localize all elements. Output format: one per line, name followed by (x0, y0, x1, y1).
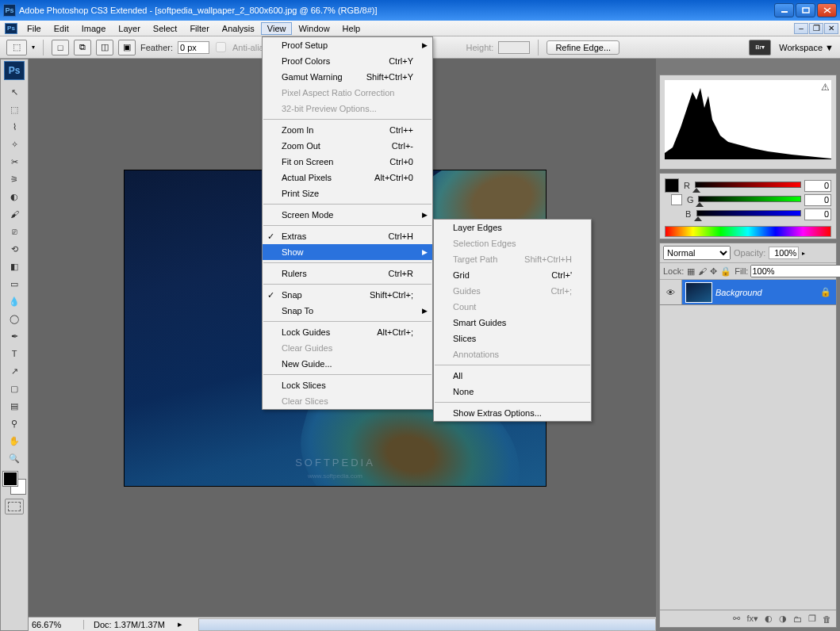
selection-intersect-icon[interactable]: ▣ (118, 40, 136, 55)
refine-edge-button[interactable]: Refine Edge... (547, 40, 619, 55)
quick-mask-button[interactable] (5, 499, 24, 514)
layer-mask-icon[interactable]: ◐ (765, 614, 773, 624)
green-input[interactable] (804, 194, 831, 206)
blend-mode-select[interactable]: Normal (663, 246, 731, 260)
opacity-flyout-icon[interactable]: ▸ (802, 250, 805, 257)
menu-file[interactable]: File (21, 22, 48, 35)
lock-all-icon[interactable]: 🔒 (720, 266, 731, 277)
menu-item-slices[interactable]: Slices (434, 331, 591, 346)
minimize-button[interactable] (774, 3, 794, 17)
red-slider[interactable] (695, 182, 801, 189)
magic-wand-tool[interactable]: ✧ (4, 136, 25, 153)
menu-item-proof-setup[interactable]: Proof Setup▶ (263, 37, 432, 53)
maximize-button[interactable] (796, 3, 815, 17)
link-layers-icon[interactable]: ⚯ (733, 614, 740, 624)
tool-preset-dropdown[interactable]: ▾ (32, 44, 35, 51)
clone-stamp-tool[interactable]: ⎚ (4, 223, 25, 240)
menu-view[interactable]: View (261, 22, 293, 35)
zoom-tool[interactable]: 🔍 (4, 449, 25, 467)
gradient-tool[interactable]: ▭ (4, 275, 25, 293)
color-fg-swatch[interactable] (665, 178, 679, 193)
menu-item-all[interactable]: All (434, 368, 591, 384)
mdi-close-button[interactable]: ✕ (824, 23, 838, 34)
layer-visibility-icon[interactable]: 👁 (660, 280, 682, 304)
document-icon[interactable]: Ps (5, 23, 17, 34)
move-tool[interactable]: ↖ (4, 83, 25, 101)
menu-item-screen-mode[interactable]: Screen Mode▶ (263, 207, 432, 223)
healing-brush-tool[interactable]: ◐ (4, 188, 25, 205)
layer-group-icon[interactable]: 🗀 (793, 614, 802, 624)
layer-name[interactable]: Background (715, 288, 820, 297)
menu-help[interactable]: Help (336, 22, 367, 35)
menu-item-lock-slices[interactable]: Lock Slices (263, 377, 432, 393)
zoom-level[interactable]: 66.67% (29, 620, 84, 629)
notes-tool[interactable]: ▤ (4, 397, 25, 415)
menu-item-none[interactable]: None (434, 384, 591, 400)
menu-layer[interactable]: Layer (112, 22, 147, 35)
eraser-tool[interactable]: ◧ (4, 258, 25, 275)
current-tool-preset[interactable]: ⬚ (6, 40, 27, 55)
path-selection-tool[interactable]: ↗ (4, 362, 25, 380)
menu-item-snap-to[interactable]: Snap To▶ (263, 303, 432, 319)
menu-item-lock-guides[interactable]: Lock GuidesAlt+Ctrl+; (263, 324, 432, 340)
red-input[interactable] (804, 180, 831, 192)
status-arrow-icon[interactable]: ▸ (178, 619, 182, 629)
type-tool[interactable]: T (4, 345, 25, 362)
menu-item-smart-guides[interactable]: Smart Guides (434, 315, 591, 331)
fill-input[interactable] (750, 265, 840, 277)
menu-item-gamut-warning[interactable]: Gamut WarningShift+Ctrl+Y (263, 69, 432, 85)
adjustment-layer-icon[interactable]: ◑ (779, 614, 787, 624)
menu-item-new-guide[interactable]: New Guide... (263, 356, 432, 372)
menu-item-extras[interactable]: ✓ExtrasCtrl+H (263, 228, 432, 244)
menu-item-grid[interactable]: GridCtrl+' (434, 267, 591, 283)
menu-item-rulers[interactable]: RulersCtrl+R (263, 266, 432, 281)
mdi-restore-button[interactable]: ❐ (809, 23, 823, 34)
menu-item-zoom-in[interactable]: Zoom InCtrl++ (263, 122, 432, 138)
document-size[interactable]: Doc: 1.37M/1.37M (84, 620, 175, 629)
slice-tool[interactable]: ⚞ (4, 170, 25, 188)
blue-slider[interactable] (696, 210, 801, 218)
layer-style-icon[interactable]: fx▾ (746, 614, 758, 624)
opacity-input[interactable] (769, 247, 799, 259)
workspace-dropdown[interactable]: Workspace ▼ (779, 43, 834, 52)
menu-window[interactable]: Window (292, 22, 336, 35)
pen-tool[interactable]: ✒ (4, 327, 25, 345)
menu-image[interactable]: Image (75, 22, 113, 35)
menu-item-fit-on-screen[interactable]: Fit on ScreenCtrl+0 (263, 154, 432, 170)
menu-select[interactable]: Select (147, 22, 184, 35)
selection-new-icon[interactable]: □ (52, 40, 69, 55)
color-bg-swatch[interactable] (671, 194, 682, 205)
menu-item-actual-pixels[interactable]: Actual PixelsAlt+Ctrl+0 (263, 170, 432, 185)
lock-transparent-icon[interactable]: ▦ (687, 266, 695, 277)
menu-item-zoom-out[interactable]: Zoom OutCtrl+- (263, 138, 432, 154)
green-slider[interactable] (698, 196, 801, 204)
delete-layer-icon[interactable]: 🗑 (823, 614, 831, 624)
selection-add-icon[interactable]: ⧉ (74, 40, 91, 55)
menu-item-proof-colors[interactable]: Proof ColorsCtrl+Y (263, 53, 432, 69)
foreground-color-swatch[interactable] (3, 472, 17, 486)
color-swatches[interactable] (3, 472, 25, 494)
blur-tool[interactable]: 💧 (4, 293, 25, 310)
new-layer-icon[interactable]: ❐ (808, 614, 816, 624)
marquee-tool[interactable]: ⬚ (4, 101, 25, 118)
selection-subtract-icon[interactable]: ◫ (96, 40, 113, 55)
eyedropper-tool[interactable]: ⚲ (4, 415, 25, 432)
shape-tool[interactable]: ▢ (4, 380, 25, 397)
layer-row[interactable]: 👁 Background 🔒 (660, 280, 836, 305)
brush-tool[interactable]: 🖌 (4, 205, 25, 223)
brush-preset-button[interactable]: Br▾ (749, 40, 771, 55)
feather-input[interactable] (178, 41, 209, 54)
close-button[interactable] (817, 3, 837, 17)
menu-item-layer-edges[interactable]: Layer Edges (434, 220, 591, 235)
lock-position-icon[interactable]: ✥ (710, 266, 717, 277)
color-ramp[interactable] (665, 226, 831, 237)
histogram-warning-icon[interactable]: ⚠ (821, 82, 830, 93)
lock-image-icon[interactable]: 🖌 (698, 266, 707, 277)
menu-filter[interactable]: Filter (183, 22, 215, 35)
menu-item-print-size[interactable]: Print Size (263, 185, 432, 201)
mdi-minimize-button[interactable]: – (794, 23, 808, 34)
menu-analysis[interactable]: Analysis (216, 22, 261, 35)
blue-input[interactable] (804, 208, 831, 220)
crop-tool[interactable]: ✂ (4, 153, 25, 170)
dodge-tool[interactable]: ◯ (4, 310, 25, 327)
